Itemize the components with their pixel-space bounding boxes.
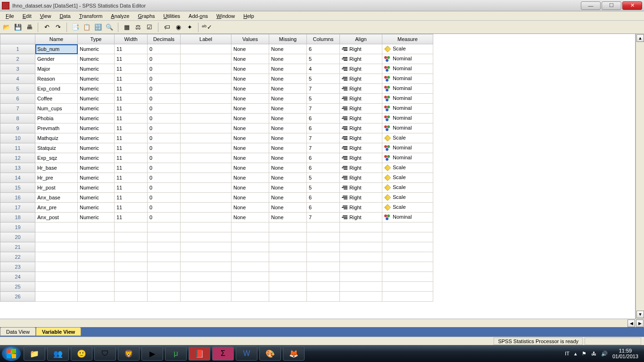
empty-cell[interactable] <box>231 252 269 262</box>
cell-width[interactable]: 11 <box>115 203 148 213</box>
empty-cell[interactable] <box>340 222 382 232</box>
row-header[interactable]: 5 <box>0 84 35 94</box>
cell-decimals[interactable]: 0 <box>148 114 181 123</box>
col-header-type[interactable]: Type <box>78 34 115 44</box>
spellcheck-icon[interactable]: ᵃᵇ✓ <box>202 23 212 32</box>
cell-width[interactable]: 11 <box>115 114 148 123</box>
cell-width[interactable]: 11 <box>115 133 148 143</box>
empty-cell[interactable] <box>307 242 340 252</box>
cell-decimals[interactable]: 0 <box>148 193 181 203</box>
cell-width[interactable]: 11 <box>115 143 148 153</box>
cell-missing[interactable]: None <box>269 84 307 94</box>
redo-icon[interactable]: ↷ <box>53 23 63 32</box>
tab-variable-view[interactable]: Variable View <box>36 327 81 336</box>
empty-cell[interactable] <box>269 222 307 232</box>
cell-type[interactable]: Numeric <box>78 183 115 193</box>
cell-label[interactable] <box>181 94 231 104</box>
cell-align[interactable]: Right <box>340 143 382 153</box>
cell-columns[interactable]: 5 <box>307 183 340 193</box>
empty-cell[interactable] <box>181 292 231 302</box>
menu-file[interactable]: File <box>2 12 18 20</box>
cell-type[interactable]: Numeric <box>78 64 115 74</box>
cell-label[interactable] <box>181 193 231 203</box>
cell-columns[interactable]: 7 <box>307 213 340 222</box>
empty-cell[interactable] <box>115 262 148 272</box>
cell-decimals[interactable]: 0 <box>148 123 181 133</box>
cell-name[interactable]: Gender <box>35 54 78 64</box>
cell-type[interactable]: Numeric <box>78 84 115 94</box>
cell-columns[interactable]: 7 <box>307 143 340 153</box>
split-file-icon[interactable]: ▦ <box>122 23 132 32</box>
cell-width[interactable]: 11 <box>115 104 148 114</box>
cell-width[interactable]: 11 <box>115 193 148 203</box>
menu-data[interactable]: Data <box>56 12 74 20</box>
cell-width[interactable]: 11 <box>115 84 148 94</box>
empty-cell[interactable] <box>35 242 78 252</box>
cell-name[interactable]: Phobia <box>35 114 78 123</box>
cell-label[interactable] <box>181 54 231 64</box>
cell-decimals[interactable]: 0 <box>148 104 181 114</box>
cell-missing[interactable]: None <box>269 94 307 104</box>
cell-type[interactable]: Numeric <box>78 74 115 84</box>
cell-columns[interactable]: 7 <box>307 104 340 114</box>
empty-cell[interactable] <box>382 232 433 242</box>
row-header[interactable]: 1 <box>0 44 35 54</box>
empty-cell[interactable] <box>115 232 148 242</box>
cell-name[interactable]: Prevmath <box>35 123 78 133</box>
empty-cell[interactable] <box>269 292 307 302</box>
cell-width[interactable]: 11 <box>115 74 148 84</box>
empty-cell[interactable] <box>382 292 433 302</box>
tab-data-view[interactable]: Data View <box>0 327 36 336</box>
task-media-player-icon[interactable]: ▶ <box>141 346 163 361</box>
cell-columns[interactable]: 5 <box>307 54 340 64</box>
row-header[interactable]: 15 <box>0 183 35 193</box>
cell-label[interactable] <box>181 64 231 74</box>
empty-cell[interactable] <box>340 262 382 272</box>
minimize-button[interactable]: — <box>581 1 601 10</box>
task-word-icon[interactable]: W <box>236 346 257 361</box>
empty-cell[interactable] <box>269 242 307 252</box>
cell-label[interactable] <box>181 133 231 143</box>
empty-cell[interactable] <box>148 252 181 262</box>
cell-align[interactable]: Right <box>340 133 382 143</box>
cell-width[interactable]: 11 <box>115 213 148 222</box>
cell-width[interactable]: 11 <box>115 123 148 133</box>
cell-type[interactable]: Numeric <box>78 173 115 183</box>
cell-label[interactable] <box>181 183 231 193</box>
cell-label[interactable] <box>181 163 231 173</box>
cell-missing[interactable]: None <box>269 203 307 213</box>
cell-align[interactable]: Right <box>340 163 382 173</box>
cell-type[interactable]: Numeric <box>78 104 115 114</box>
row-header[interactable]: 19 <box>0 222 35 232</box>
cell-name[interactable]: Sub_num <box>35 44 78 54</box>
cell-values[interactable]: None <box>231 153 269 163</box>
empty-cell[interactable] <box>307 262 340 272</box>
undo-icon[interactable]: ↶ <box>42 23 51 32</box>
col-header-columns[interactable]: Columns <box>307 34 340 44</box>
cell-type[interactable]: Numeric <box>78 133 115 143</box>
scroll-right-icon[interactable]: ▶ <box>636 320 644 327</box>
empty-cell[interactable] <box>231 282 269 292</box>
cell-values[interactable]: None <box>231 203 269 213</box>
cell-name[interactable]: Exp_sqz <box>35 153 78 163</box>
tray-volume-icon[interactable]: 🔊 <box>601 351 608 357</box>
cell-missing[interactable]: None <box>269 193 307 203</box>
empty-cell[interactable] <box>181 262 231 272</box>
cell-label[interactable] <box>181 84 231 94</box>
cell-measure[interactable]: Nominal <box>382 153 433 163</box>
empty-cell[interactable] <box>340 242 382 252</box>
row-header[interactable]: 17 <box>0 203 35 213</box>
cell-type[interactable]: Numeric <box>78 163 115 173</box>
cell-label[interactable] <box>181 213 231 222</box>
cell-decimals[interactable]: 0 <box>148 173 181 183</box>
empty-cell[interactable] <box>307 272 340 282</box>
cell-type[interactable]: Numeric <box>78 114 115 123</box>
cell-missing[interactable]: None <box>269 163 307 173</box>
cell-missing[interactable]: None <box>269 104 307 114</box>
row-header[interactable]: 2 <box>0 54 35 64</box>
cell-measure[interactable]: Nominal <box>382 114 433 123</box>
empty-cell[interactable] <box>340 272 382 282</box>
cell-name[interactable]: Anx_post <box>35 213 78 222</box>
cell-width[interactable]: 11 <box>115 173 148 183</box>
empty-cell[interactable] <box>35 232 78 242</box>
